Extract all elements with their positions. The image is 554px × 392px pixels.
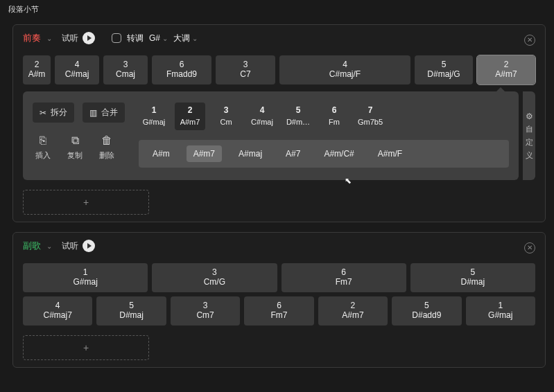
chord-cell[interactable]: 1G#maj (466, 296, 535, 326)
add-chord-button[interactable]: + (23, 190, 149, 215)
chord-degree: 2 (351, 301, 356, 310)
chord-label: A#m (28, 69, 46, 79)
variant-cell[interactable]: A#7 (279, 145, 307, 162)
chord-cell[interactable]: 4C#maj7 (23, 296, 92, 326)
degree-cell[interactable]: 4C#maj (247, 103, 277, 130)
chord-cell[interactable]: 5D#maj (96, 296, 166, 326)
chord-cell[interactable]: 5D#add9 (392, 296, 461, 326)
chord-cell[interactable]: 4C#maj (55, 55, 99, 84)
chord-row: 4C#maj75D#maj3Cm76Fm72A#m75D#add91G#maj (13, 296, 545, 326)
copy-icon: ⧉ (71, 135, 79, 146)
chord-degree: 4 (55, 301, 60, 310)
variant-cell[interactable]: A#m7 (187, 145, 222, 162)
merge-button[interactable]: ▥ 合并 (83, 103, 125, 123)
preview-button[interactable]: 试听 (62, 240, 95, 252)
chord-label: G#maj (73, 277, 97, 287)
trash-icon: 🗑 (101, 135, 112, 146)
insert-button[interactable]: ⎘ 插入 (35, 135, 51, 161)
degree-cell[interactable]: 1G#maj (139, 103, 169, 130)
sidebar-char-3: 义 (526, 150, 533, 161)
chord-label: C#maj (65, 69, 89, 79)
chord-cell[interactable]: 5D#maj (410, 263, 535, 292)
degree-cell[interactable]: 3Cm (211, 103, 241, 130)
play-icon (83, 240, 95, 252)
chord-degree: 3 (123, 60, 128, 69)
chord-label: D#maj/G (427, 69, 460, 79)
chord-degree: 5 (471, 267, 476, 277)
transpose-checkbox[interactable] (112, 33, 121, 43)
chord-label: Cm/G (204, 277, 225, 287)
chord-degree: 3 (203, 301, 208, 310)
split-button[interactable]: ✂ 拆分 (33, 103, 74, 123)
scissors-icon: ✂ (40, 108, 46, 118)
key-dropdown[interactable]: G# ⌄ (149, 33, 168, 43)
add-chord-button[interactable]: + (23, 335, 149, 360)
variant-cell[interactable]: A#maj (232, 145, 269, 162)
chord-degree: 6 (341, 267, 346, 277)
chord-cell[interactable]: 6Fmadd9 (152, 55, 211, 84)
chord-cell[interactable]: 5D#maj/G (415, 55, 473, 84)
chord-cell[interactable]: 3Cmaj (103, 55, 148, 84)
chord-degree: 6 (180, 60, 184, 69)
chord-cell[interactable]: 4C#maj/F (279, 55, 410, 84)
degree-number: 1 (152, 105, 157, 115)
section-name-dropdown[interactable]: 副歌 ⌄ (23, 240, 52, 252)
chord-cell[interactable]: 6Fm7 (244, 296, 313, 326)
chord-row: 1G#maj3Cm/G6Fm75D#maj (13, 263, 545, 292)
chord-cell[interactable]: 2A#m7 (477, 55, 535, 84)
variant-cell[interactable]: A#m/F (371, 145, 409, 162)
chord-cell[interactable]: 2A#m (23, 55, 51, 84)
chord-cell[interactable]: 1G#maj (23, 263, 148, 292)
degree-cell[interactable]: 7Gm7b5 (355, 103, 386, 130)
chord-degree: 3 (243, 60, 248, 69)
chord-label: Fm7 (270, 310, 287, 320)
chord-label: C#maj/F (329, 69, 361, 79)
chord-degree: 2 (504, 60, 509, 69)
chord-label: G#maj (488, 310, 512, 320)
variant-cell[interactable]: A#m/C# (317, 145, 361, 162)
preview-button[interactable]: 试听 (62, 32, 95, 44)
chord-degree: 6 (277, 301, 282, 310)
chord-label: D#maj (461, 277, 485, 287)
preview-label: 试听 (62, 33, 78, 44)
degree-number: 5 (296, 105, 301, 115)
degree-chord: Fm (329, 118, 340, 126)
chord-label: C7 (240, 69, 250, 79)
chord-label: Fm7 (336, 277, 352, 287)
variant-cell[interactable]: A#m (146, 145, 177, 162)
degree-chord: Cm (220, 118, 232, 126)
degree-chord: Gm7b5 (358, 118, 383, 126)
delete-label: 删除 (99, 150, 114, 161)
close-icon[interactable]: ✕ (524, 242, 535, 253)
delete-button[interactable]: 🗑 删除 (99, 135, 114, 161)
chord-label: A#m7 (342, 310, 363, 320)
chord-cell[interactable]: 3C7 (216, 55, 275, 84)
chord-cell[interactable]: 3Cm7 (171, 296, 240, 326)
mode-dropdown[interactable]: 大调 ⌄ (173, 33, 198, 44)
chord-cell[interactable]: 3Cm/G (152, 263, 277, 292)
chord-cell[interactable]: 2A#m7 (318, 296, 388, 326)
copy-button[interactable]: ⧉ 复制 (67, 135, 83, 161)
degree-cell[interactable]: 2A#m7 (175, 103, 205, 130)
chord-editor: ✂ 拆分 ▥ 合并 ⎘ 插入 ⧉ 复制 (13, 91, 545, 180)
sidebar-char-1: 自 (526, 124, 533, 134)
degree-chord: G#maj (143, 118, 165, 126)
chord-label: Cmaj (116, 69, 135, 79)
section-name-dropdown[interactable]: 前奏 ⌄ (23, 32, 52, 44)
chord-label: Cm7 (196, 310, 214, 320)
chord-cell[interactable]: 6Fm7 (282, 263, 406, 292)
chord-label: A#m7 (495, 69, 517, 79)
degree-cell[interactable]: 6Fm (319, 103, 349, 130)
close-icon[interactable]: ✕ (524, 35, 535, 46)
chord-degree: 1 (83, 267, 88, 277)
editor-tools: ✂ 拆分 ▥ 合并 ⎘ 插入 ⧉ 复制 (33, 103, 125, 168)
chord-degree: 2 (35, 60, 40, 69)
section-header: 副歌 ⌄ 试听 (13, 233, 545, 260)
section-header: 前奏 ⌄ 试听 转调 G# ⌄ 大调 ⌄ (13, 25, 545, 53)
custom-sidebar-button[interactable]: ⚙ 自 定 义 (523, 91, 535, 180)
degree-chord: C#maj (251, 118, 273, 126)
chord-degree: 5 (129, 301, 134, 310)
split-label: 拆分 (51, 107, 67, 118)
degree-cell[interactable]: 5D#m… (283, 103, 313, 130)
section-chorus: ✕ 副歌 ⌄ 试听 1G#maj3Cm/G6Fm75D#maj 4C#maj75… (12, 232, 546, 368)
